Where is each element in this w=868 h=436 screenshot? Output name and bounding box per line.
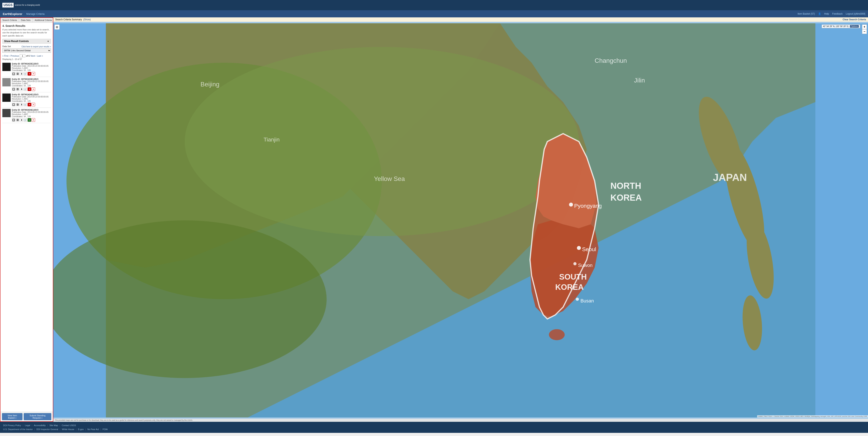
pagination-last[interactable]: Last » (37, 55, 43, 57)
footer-gov-sep-2: | (60, 428, 60, 431)
action-order-4[interactable]: 🛒 (24, 118, 27, 122)
logout-link[interactable]: Logout [cjfdnd369] (846, 12, 865, 15)
action-metadata-4[interactable]: 🖼 (16, 118, 19, 122)
result-pubdate-3: Publication Date: 2014-09-23 00:00:00-05 (12, 96, 51, 98)
manage-criteria-link[interactable]: Manage Criteria (26, 12, 44, 15)
tab-additional-criteria[interactable]: Additional Criteria (33, 18, 53, 23)
displaying-text: Displaying 1 - 10 of 57 (2, 58, 51, 60)
pubdate-value-2: 2014-09-23 00:00:00-05 (27, 80, 48, 83)
action-order-2[interactable]: 🛒 (24, 87, 27, 91)
svg-point-3 (53, 220, 327, 378)
entity-label-1: Entity ID: (12, 63, 21, 65)
criteria-show-link[interactable]: (Show) (83, 18, 91, 21)
result-resolution-2: Resolution: 1-ARC (12, 83, 51, 85)
action-exclude-1[interactable]: ✕ (28, 72, 31, 75)
usgs-logo: USGS science for a changing world (2, 3, 40, 7)
dataset-select[interactable]: SRTM 1 Arc-Second Global (2, 48, 51, 53)
map-zoom-in[interactable]: + (862, 25, 867, 29)
results-title: 4. Search Results (2, 24, 51, 27)
map-zoom-controls: + − (862, 25, 867, 34)
svg-text:Seoul: Seoul (582, 246, 596, 252)
left-panel: Search Criteria Data Sets Additional Cri… (0, 18, 53, 422)
main-area: Search Criteria Data Sets Additional Cri… (0, 18, 868, 422)
footer-link-contact[interactable]: Contact USGS (62, 424, 76, 427)
action-metadata-1[interactable]: 🖼 (16, 72, 19, 75)
result-item: Entity ID: SRTM1N33E126V3 Publication Da… (2, 62, 51, 77)
resolution-value-2: 1-ARC (22, 83, 28, 85)
action-footprint-4[interactable]: 🔲 (12, 118, 16, 122)
svg-text:Pyongyang: Pyongyang (574, 203, 602, 209)
view-item-basket-button[interactable]: View Item Basket » (2, 413, 23, 420)
footer-gov-sep-4: | (85, 428, 86, 431)
criteria-summary: Search Criteria Summary (Show) (55, 18, 91, 21)
tab-search-criteria[interactable]: Search Criteria (0, 18, 19, 23)
map-svg: NORTH KOREA SOUTH KOREA JAPAN Pyongyang … (53, 23, 868, 417)
result-resolution-3: Resolution: 1-ARC (12, 98, 51, 100)
feedback-link[interactable]: Feedback (832, 12, 843, 15)
action-remove-3[interactable]: ✕ (32, 103, 35, 106)
footer-gov-egov[interactable]: E-gov (78, 428, 84, 431)
pagination-next[interactable]: Next › (30, 55, 36, 57)
action-download-3[interactable]: ⬇ (20, 103, 23, 106)
action-order-1[interactable]: 🛒 (24, 72, 27, 75)
footer-link-accessibility[interactable]: Accessibility (34, 424, 46, 427)
map-container[interactable]: NORTH KOREA SOUTH KOREA JAPAN Pyongyang … (53, 23, 868, 417)
footer-gov-doi[interactable]: U.S. Department of the Interior (3, 428, 33, 431)
action-exclude-2[interactable]: ✕ (28, 87, 31, 91)
result-entity-1: Entity ID: SRTM1N33E126V3 (12, 63, 51, 65)
entity-value-1: SRTM1N33E126V3 (21, 63, 38, 65)
footer-link-privacy[interactable]: DOI Privacy Policy (3, 424, 21, 427)
result-actions-3: 🔲 🖼 ⬇ 🛒 ✕ ✕ (12, 103, 51, 106)
action-download-1[interactable]: ⬇ (20, 72, 23, 75)
footer-gov-inspector[interactable]: DOI Inspector General (36, 428, 58, 431)
footer-sep-1: | (23, 424, 23, 427)
action-remove-2[interactable]: ✕ (32, 87, 35, 91)
pagination-first[interactable]: « First (2, 55, 8, 57)
footer-gov-whitehouse[interactable]: White House (62, 428, 74, 431)
resolution-label-4: Resolution: (12, 113, 22, 116)
result-resolution-4: Resolution: 1-ARC (12, 113, 51, 116)
action-download-4[interactable]: ⬇ (20, 118, 23, 122)
result-actions-2: 🔲 🖼 ⬇ 🛒 ✕ ✕ (12, 87, 51, 91)
entity-value-2: SRTM1N33E128V3 (21, 78, 38, 80)
clear-search-criteria[interactable]: Clear Search Criteria (842, 18, 866, 21)
coords-label-3: Coordinates: (12, 100, 23, 102)
svg-text:Suwon: Suwon (578, 262, 592, 268)
entity-label-2: Entity ID: (12, 78, 21, 80)
svg-text:Beijing: Beijing (200, 81, 219, 88)
action-download-2[interactable]: ⬇ (20, 87, 23, 91)
pagination-of: of 6 (26, 55, 30, 57)
action-metadata-3[interactable]: 🖼 (16, 103, 19, 106)
map-zoom-out[interactable]: − (862, 29, 867, 34)
export-link[interactable]: Click here to export your results » (22, 45, 51, 48)
footer-link-sitemap[interactable]: Site Map (49, 424, 58, 427)
map-layer-control[interactable]: ⊞ (55, 25, 60, 30)
footer-gov-foia[interactable]: FOIA (102, 428, 108, 431)
entity-label-4: Entity ID: (12, 109, 21, 111)
action-order-3[interactable]: 🛒 (24, 103, 27, 106)
map-options-button[interactable]: Options (850, 25, 859, 28)
footer-link-legal[interactable]: Legal (25, 424, 30, 427)
usgs-tagline: science for a changing world (15, 4, 40, 6)
action-footprint-3[interactable]: 🔲 (12, 103, 16, 106)
action-metadata-2[interactable]: 🖼 (16, 87, 19, 91)
show-result-controls[interactable]: Show Result Controls ▼ (2, 39, 51, 43)
action-footprint-1[interactable]: 🔲 (12, 72, 16, 75)
pagination-prev[interactable]: ‹ Previous (9, 55, 19, 57)
svg-point-18 (573, 262, 577, 266)
action-footprint-2[interactable]: 🔲 (12, 87, 16, 91)
action-remove-1[interactable]: ✕ (32, 72, 35, 75)
submit-standing-request-button[interactable]: Submit Standing Request » (24, 413, 51, 420)
page-input[interactable] (20, 54, 25, 57)
result-coords-2: Coordinates: 33 , 128 (12, 85, 51, 87)
help-link[interactable]: Help (824, 12, 829, 15)
footer-gov-nofeact[interactable]: No Fear Act (87, 428, 99, 431)
item-basket-link[interactable]: Item Basket (57) (798, 12, 815, 15)
tab-data-sets[interactable]: Data Sets (19, 18, 33, 23)
coords-label-1: Coordinates: (12, 69, 23, 71)
action-add-4[interactable]: + (28, 118, 31, 122)
result-thumbnail-3 (2, 94, 11, 102)
action-exclude-3[interactable]: ✕ (28, 103, 31, 106)
action-remove-4[interactable]: ✕ (32, 118, 35, 122)
svg-text:NORTH: NORTH (610, 181, 641, 191)
